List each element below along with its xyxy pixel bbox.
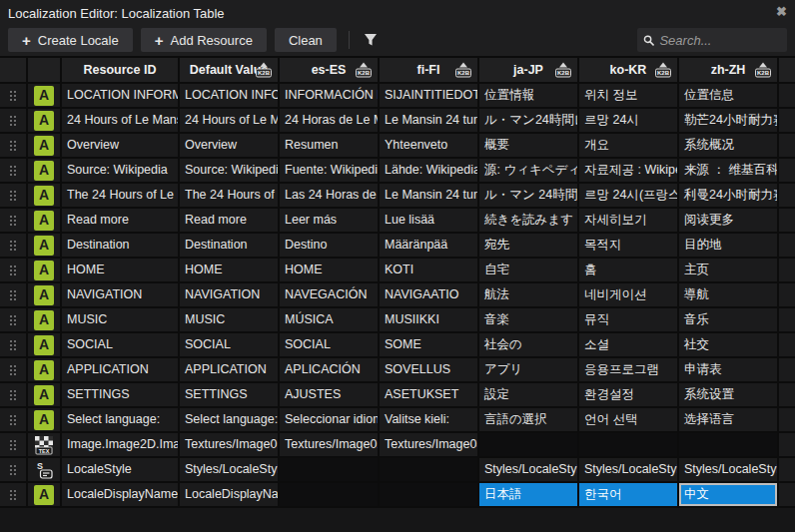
- cell-resource_id[interactable]: Source: Wikipedia: [62, 159, 180, 184]
- k2b-export-icon[interactable]: K2B: [254, 63, 274, 78]
- drag-handle[interactable]: [0, 483, 28, 508]
- cell-ko[interactable]: 한국어: [579, 483, 679, 508]
- cell-ko[interactable]: 위치 정보: [579, 84, 679, 109]
- cell-ja[interactable]: 続きを読みます: [479, 209, 579, 234]
- cell-es[interactable]: INFORMACIÓN D: [280, 84, 380, 109]
- cell-zh[interactable]: 申请表: [679, 358, 779, 383]
- cell-zh[interactable]: [679, 433, 779, 458]
- cell-ja[interactable]: 言語の選択: [479, 408, 579, 433]
- cell-ja[interactable]: Styles/LocaleStyle: [479, 458, 579, 483]
- drag-handle[interactable]: [0, 458, 28, 483]
- drag-handle[interactable]: [0, 184, 28, 209]
- cell-ko[interactable]: 응용프로그램: [579, 358, 679, 383]
- cell-es[interactable]: HOME: [280, 259, 380, 283]
- cell-ko[interactable]: 홈: [579, 259, 679, 283]
- k2b-export-icon[interactable]: K2B: [553, 63, 573, 78]
- drag-handle[interactable]: [0, 333, 28, 358]
- cell-zh[interactable]: 音乐: [679, 308, 779, 333]
- cell-es[interactable]: APLICACIÓN: [280, 358, 380, 383]
- cell-ja[interactable]: ル・マン24時間レース: [479, 109, 579, 134]
- cell-fi[interactable]: Textures/Image03: [380, 433, 479, 458]
- cell-resource_id[interactable]: SOCIAL: [62, 333, 180, 358]
- k2b-export-icon[interactable]: K2B: [453, 63, 473, 78]
- filter-icon[interactable]: [358, 28, 384, 52]
- cell-ja[interactable]: 日本語: [479, 483, 579, 508]
- cell-es[interactable]: AJUSTES: [280, 383, 380, 408]
- cell-ko[interactable]: 네비게이션: [579, 283, 679, 308]
- cell-default[interactable]: SOCIAL: [180, 333, 280, 358]
- cell-default[interactable]: SETTINGS: [180, 383, 280, 408]
- cell-es[interactable]: Destino: [280, 234, 380, 259]
- cell-ja[interactable]: [479, 433, 579, 458]
- k2b-export-icon[interactable]: K2B: [753, 63, 773, 78]
- cell-es[interactable]: Seleccionar idiom: [280, 408, 380, 433]
- cell-ja[interactable]: 概要: [479, 134, 579, 159]
- cell-fi[interactable]: Valitse kieli:: [380, 408, 479, 433]
- drag-handle[interactable]: [0, 408, 28, 433]
- search-box[interactable]: [637, 28, 787, 52]
- cell-default[interactable]: APPLICATION: [180, 358, 280, 383]
- search-input[interactable]: [659, 33, 781, 48]
- cell-fi[interactable]: KOTI: [380, 259, 479, 283]
- cell-zh[interactable]: 位置信息: [679, 84, 779, 109]
- cell-ko[interactable]: 개요: [579, 134, 679, 159]
- cell-ja[interactable]: 社会の: [479, 333, 579, 358]
- cell-default[interactable]: LocaleDisplayNam: [180, 483, 280, 508]
- cell-fi[interactable]: SOME: [380, 333, 479, 358]
- cell-resource_id[interactable]: The 24 Hours of Le M: [62, 184, 180, 209]
- column-header-ja[interactable]: ja-JPK2B: [479, 58, 579, 84]
- cell-ko[interactable]: 언어 선택: [579, 408, 679, 433]
- cell-zh[interactable]: 来源 ： 维基百科: [679, 159, 779, 184]
- cell-resource_id[interactable]: SETTINGS: [62, 383, 180, 408]
- cell-default[interactable]: Styles/LocaleStyle: [180, 458, 280, 483]
- cell-resource_id[interactable]: Image.Image2D.Imag: [62, 433, 180, 458]
- cell-default[interactable]: 24 Hours of Le Ma: [180, 109, 280, 134]
- column-header-zh[interactable]: zh-ZHK2B: [679, 58, 779, 84]
- cell-zh[interactable]: 社交: [679, 333, 779, 358]
- cell-fi[interactable]: Lähde: Wikipedia: [380, 159, 479, 184]
- cell-zh[interactable]: 主页: [679, 259, 779, 283]
- cell-es[interactable]: Resumen: [280, 134, 380, 159]
- cell-ja[interactable]: 音楽: [479, 308, 579, 333]
- cell-es[interactable]: NAVEGACIÓN: [280, 283, 380, 308]
- cell-default[interactable]: The 24 Hours of L: [180, 184, 280, 209]
- cell-ko[interactable]: 자세히보기: [579, 209, 679, 234]
- drag-handle[interactable]: [0, 383, 28, 408]
- cell-default[interactable]: MUSIC: [180, 308, 280, 333]
- cell-resource_id[interactable]: LocaleDisplayName: [62, 483, 180, 508]
- cell-default[interactable]: NAVIGATION: [180, 283, 280, 308]
- cell-ja[interactable]: アプリ: [479, 358, 579, 383]
- k2b-export-icon[interactable]: K2B: [653, 63, 673, 78]
- drag-handle[interactable]: [0, 209, 28, 234]
- cell-default[interactable]: Textures/Image01: [180, 433, 280, 458]
- cell-es[interactable]: Las 24 Horas de L: [280, 184, 380, 209]
- cell-resource_id[interactable]: Destination: [62, 234, 180, 259]
- drag-handle[interactable]: [0, 283, 28, 308]
- cell-default[interactable]: Overview: [180, 134, 280, 159]
- cell-default[interactable]: LOCATION INFOR: [180, 84, 280, 109]
- cell-default[interactable]: Select language:: [180, 408, 280, 433]
- drag-handle[interactable]: [0, 109, 28, 134]
- cell-zh[interactable]: 阅读更多: [679, 209, 779, 234]
- cell-ko[interactable]: 르망 24시(프랑스: [579, 184, 679, 209]
- cell-resource_id[interactable]: Select language:: [62, 408, 180, 433]
- cell-ja[interactable]: 宛先: [479, 234, 579, 259]
- column-header-resource_id[interactable]: Resource ID: [62, 58, 180, 84]
- cell-fi[interactable]: Yhteenveto: [380, 134, 479, 159]
- cell-default[interactable]: Source: Wikipedia: [180, 159, 280, 184]
- column-header-es[interactable]: es-ESK2B: [280, 58, 380, 84]
- cell-ja[interactable]: 源: ウィキペディア: [479, 159, 579, 184]
- drag-handle[interactable]: [0, 234, 28, 259]
- column-header-default[interactable]: Default ValueK2B: [180, 58, 280, 84]
- cell-fi[interactable]: Le Mansin 24 tunn: [380, 109, 479, 134]
- cell-resource_id[interactable]: MUSIC: [62, 308, 180, 333]
- cell-resource_id[interactable]: LocaleStyle: [62, 458, 180, 483]
- cell-fi[interactable]: SOVELLUS: [380, 358, 479, 383]
- cell-ko[interactable]: 르망 24시: [579, 109, 679, 134]
- add-resource-button[interactable]: + Add Resource: [141, 28, 267, 52]
- cell-es[interactable]: SOCIAL: [280, 333, 380, 358]
- cell-zh[interactable]: Styles/LocaleStyle: [679, 458, 779, 483]
- drag-handle[interactable]: [0, 433, 28, 458]
- cell-zh[interactable]: 系统概况: [679, 134, 779, 159]
- cell-ko[interactable]: Styles/LocaleStyle: [579, 458, 679, 483]
